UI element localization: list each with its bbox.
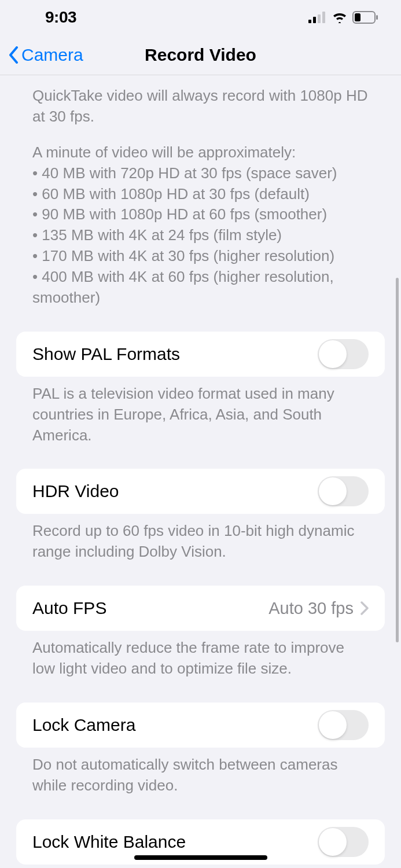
chevron-right-icon <box>360 601 369 615</box>
info-line: • 40 MB with 720p HD at 30 fps (space sa… <box>32 163 369 184</box>
info-line: • 90 MB with 1080p HD at 60 fps (smoothe… <box>32 204 369 225</box>
cell-value: Auto 30 fps <box>268 599 369 618</box>
section-footer: PAL is a television video format used in… <box>0 377 401 446</box>
hdr-video-toggle[interactable] <box>318 476 369 506</box>
cell-label: Lock White Balance <box>32 832 186 852</box>
chevron-left-icon <box>9 46 19 64</box>
back-button[interactable]: Camera <box>9 45 83 65</box>
hdr-video-cell[interactable]: HDR Video <box>16 469 385 514</box>
section-lockwb: Lock White Balance Lock white balance wh… <box>0 819 401 868</box>
toggle-knob <box>319 340 347 368</box>
info-text: QuickTake video will always record with … <box>0 75 401 308</box>
lock-camera-cell[interactable]: Lock Camera <box>16 703 385 748</box>
show-pal-formats-cell[interactable]: Show PAL Formats <box>16 332 385 377</box>
auto-fps-cell[interactable]: Auto FPS Auto 30 fps <box>16 586 385 631</box>
wifi-icon <box>332 12 348 23</box>
svg-rect-2 <box>318 14 321 23</box>
cell-label: HDR Video <box>32 481 119 501</box>
info-quicktake: QuickTake video will always record with … <box>32 86 369 127</box>
status-icons <box>308 11 378 24</box>
section-lockcamera: Lock Camera Do not automatically switch … <box>0 703 401 796</box>
battery-icon <box>352 11 378 24</box>
cellular-icon <box>308 12 327 23</box>
lock-camera-toggle[interactable] <box>318 710 369 740</box>
section-footer: Automatically reduce the frame rate to i… <box>0 631 401 679</box>
nav-bar: Camera Record Video <box>0 35 401 75</box>
svg-rect-1 <box>313 17 316 23</box>
lock-white-balance-toggle[interactable] <box>318 827 369 857</box>
section-hdr: HDR Video Record up to 60 fps video in 1… <box>0 469 401 562</box>
info-line: • 170 MB with 4K at 30 fps (higher resol… <box>32 246 369 267</box>
show-pal-formats-toggle[interactable] <box>318 339 369 369</box>
cell-label: Lock Camera <box>32 715 135 735</box>
toggle-knob <box>319 477 347 505</box>
section-footer: Do not automatically switch between came… <box>0 748 401 796</box>
section-footer: Record up to 60 fps video in 10-bit high… <box>0 514 401 562</box>
cell-label: Auto FPS <box>32 598 106 618</box>
svg-rect-5 <box>355 13 360 21</box>
toggle-knob <box>319 828 347 856</box>
status-time: 9:03 <box>45 8 76 27</box>
section-footer: Lock white balance while recording video… <box>0 865 401 868</box>
home-indicator[interactable] <box>134 855 267 860</box>
back-label: Camera <box>21 45 83 65</box>
svg-rect-3 <box>322 12 325 23</box>
page-title: Record Video <box>145 45 256 65</box>
section-pal: Show PAL Formats PAL is a television vid… <box>0 332 401 446</box>
info-line: • 135 MB with 4K at 24 fps (film style) <box>32 225 369 246</box>
info-minute-intro: A minute of video will be approximately: <box>32 142 369 163</box>
svg-rect-0 <box>308 20 311 23</box>
toggle-knob <box>319 711 347 739</box>
info-line: • 400 MB with 4K at 60 fps (higher resol… <box>32 267 369 308</box>
cell-label: Show PAL Formats <box>32 344 180 364</box>
status-bar: 9:03 <box>0 0 401 35</box>
auto-fps-value: Auto 30 fps <box>268 599 354 618</box>
section-autofps: Auto FPS Auto 30 fps Automatically reduc… <box>0 586 401 679</box>
content: QuickTake video will always record with … <box>0 75 401 868</box>
info-line: • 60 MB with 1080p HD at 30 fps (default… <box>32 184 369 205</box>
scroll-indicator[interactable] <box>396 278 399 642</box>
svg-rect-6 <box>376 15 378 20</box>
